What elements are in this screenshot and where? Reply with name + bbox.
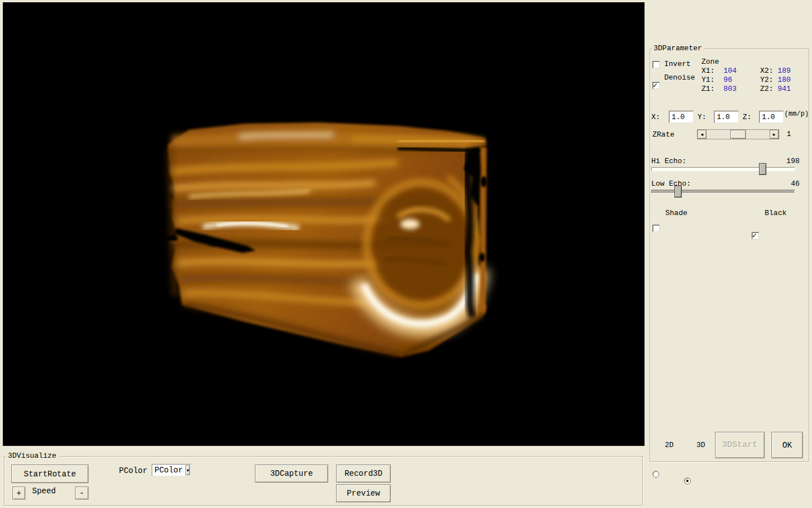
zone-z1-label: Z1: bbox=[701, 85, 714, 93]
speed-label: Speed bbox=[32, 487, 56, 496]
hi-echo-value: 198 bbox=[773, 157, 800, 165]
preview-button[interactable]: Preview bbox=[336, 484, 391, 502]
shade-label: Shade bbox=[665, 209, 687, 217]
record-3d-button[interactable]: Record3D bbox=[336, 465, 391, 483]
invert-label: Invert bbox=[664, 60, 691, 68]
volume-render-3d[interactable] bbox=[3, 2, 645, 446]
zrate-label: ZRate bbox=[652, 130, 674, 139]
pcolor-dropdown-value: PColor bbox=[152, 466, 185, 475]
denoise-label: Denoise bbox=[664, 73, 695, 82]
low-echo-slider[interactable] bbox=[651, 190, 795, 194]
zone-z1-value: 803 bbox=[723, 85, 736, 93]
start3d-button[interactable]: 3DStart bbox=[715, 432, 765, 458]
black-label: Black bbox=[765, 209, 787, 217]
scale-x-input[interactable] bbox=[669, 111, 694, 123]
zrate-value: 1 bbox=[787, 130, 791, 138]
visualize-group-title: 3DVisualize bbox=[6, 452, 58, 460]
pcolor-dropdown[interactable]: PColor ▼ bbox=[152, 464, 191, 476]
start-rotate-button[interactable]: StartRotate bbox=[11, 465, 89, 483]
zrate-left-arrow-icon[interactable]: ◄ bbox=[698, 130, 707, 139]
zone-title: Zone bbox=[701, 58, 719, 66]
zone-y2-label: Y2: bbox=[760, 76, 773, 84]
shade-checkbox[interactable] bbox=[652, 225, 660, 232]
capture-3d-button[interactable]: 3DCapture bbox=[255, 465, 328, 483]
low-echo-label: Low Echo: bbox=[651, 179, 691, 188]
mode-2d-label: 2D bbox=[665, 441, 674, 449]
mode-3d-radio[interactable] bbox=[684, 478, 691, 484]
scale-z-label: Z: bbox=[743, 113, 752, 121]
low-echo-value: 46 bbox=[773, 179, 800, 188]
hi-echo-label: Hi Echo: bbox=[651, 157, 686, 165]
low-echo-thumb[interactable] bbox=[674, 186, 682, 198]
zone-x1-label: X1: bbox=[701, 67, 714, 75]
zone-z2-value: 941 bbox=[778, 85, 791, 93]
mode-3d-label: 3D bbox=[696, 441, 705, 449]
pcolor-label: PColor bbox=[119, 466, 147, 475]
zone-y2-value: 180 bbox=[778, 76, 791, 84]
zone-x2-value: 189 bbox=[778, 67, 791, 75]
speed-minus-button[interactable]: - bbox=[75, 487, 89, 500]
zrate-thumb[interactable] bbox=[730, 130, 746, 139]
zone-x1-value: 104 bbox=[723, 67, 736, 75]
denoise-checkbox[interactable] bbox=[652, 82, 660, 89]
scale-y-input[interactable] bbox=[714, 111, 739, 123]
zone-x2-label: X2: bbox=[760, 67, 773, 75]
speed-plus-button[interactable]: + bbox=[12, 487, 25, 500]
zone-y1-label: Y1: bbox=[701, 76, 714, 84]
mode-2d-radio[interactable] bbox=[652, 471, 659, 478]
ok-button[interactable]: OK bbox=[771, 432, 803, 458]
scale-y-label: Y: bbox=[698, 113, 707, 121]
hi-echo-thumb[interactable] bbox=[759, 163, 766, 175]
scale-z-input[interactable] bbox=[759, 111, 784, 123]
hi-echo-slider[interactable] bbox=[651, 167, 795, 171]
black-checkbox[interactable] bbox=[752, 232, 759, 239]
render-viewport[interactable] bbox=[3, 2, 645, 446]
chevron-down-icon[interactable]: ▼ bbox=[186, 465, 190, 475]
scale-x-label: X: bbox=[651, 113, 660, 121]
zrate-scrollbar[interactable]: ◄ ► bbox=[697, 129, 779, 139]
zrate-track[interactable] bbox=[707, 130, 770, 139]
zrate-right-arrow-icon[interactable]: ► bbox=[770, 130, 779, 139]
zone-z2-label: Z2: bbox=[760, 85, 773, 93]
app-window: { "colors": { "window_bg": "#ece9d8", "v… bbox=[0, 0, 812, 508]
parameter-group-title: 3DParameter bbox=[652, 45, 704, 52]
zone-y1-value: 96 bbox=[723, 76, 732, 84]
invert-checkbox[interactable] bbox=[652, 61, 660, 68]
scale-unit-label: (mm/p) bbox=[784, 110, 809, 118]
